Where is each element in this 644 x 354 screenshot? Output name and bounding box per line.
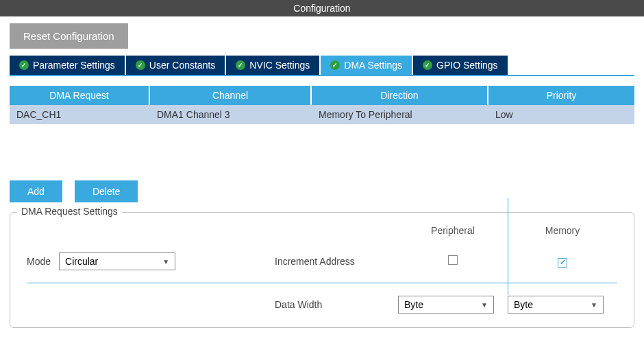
tab-dma-settings[interactable]: DMA Settings: [321, 56, 413, 75]
mode-label: Mode: [27, 256, 51, 267]
col-header-priority: Priority: [488, 86, 634, 105]
mode-value: Circular: [65, 256, 98, 267]
check-icon: [236, 60, 245, 70]
tab-parameter-settings[interactable]: Parameter Settings: [10, 56, 126, 75]
col-header-channel: Channel: [150, 86, 312, 105]
window-title-bar: Configuration: [0, 0, 644, 16]
tab-label: Parameter Settings: [33, 60, 115, 71]
table-header-row: DMA Request Channel Direction Priority: [10, 86, 634, 105]
cell-priority: Low: [488, 105, 634, 124]
mode-select[interactable]: Circular ▼: [59, 252, 175, 270]
increment-peripheral-checkbox[interactable]: [448, 255, 458, 265]
chevron-down-icon: ▼: [162, 258, 169, 266]
dma-request-settings-panel: DMA Request Settings Peripheral Memory M…: [10, 212, 634, 328]
window-title: Configuration: [293, 3, 350, 14]
tab-bar: Parameter Settings User Constants NVIC S…: [10, 56, 634, 76]
reset-configuration-button[interactable]: Reset Configuration: [10, 23, 128, 49]
check-icon: [423, 60, 432, 70]
tab-label: User Constants: [149, 60, 215, 71]
fieldset-legend: DMA Request Settings: [17, 206, 122, 217]
col-header-direction: Direction: [312, 86, 488, 105]
check-icon: [330, 60, 340, 70]
vertical-divider: [508, 198, 508, 295]
chevron-down-icon: ▼: [481, 301, 488, 309]
data-width-label: Data Width: [275, 299, 398, 310]
increment-address-label: Increment Address: [275, 256, 398, 267]
table-row[interactable]: DAC_CH1 DMA1 Channel 3 Memory To Periphe…: [10, 105, 634, 124]
tab-gpio-settings[interactable]: GPIO Settings: [413, 56, 508, 75]
tab-label: DMA Settings: [344, 60, 402, 71]
tab-nvic-settings[interactable]: NVIC Settings: [226, 56, 321, 75]
cell-direction: Memory To Peripheral: [312, 105, 488, 124]
col-header-peripheral: Peripheral: [398, 225, 508, 240]
col-header-request: DMA Request: [10, 86, 150, 105]
tab-label: GPIO Settings: [436, 60, 497, 71]
data-width-peripheral-value: Byte: [404, 299, 423, 310]
delete-button[interactable]: Delete: [75, 180, 138, 202]
cell-channel: DMA1 Channel 3: [150, 105, 312, 124]
data-width-peripheral-select[interactable]: Byte ▼: [398, 296, 494, 314]
cell-request: DAC_CH1: [10, 105, 150, 124]
col-header-memory: Memory: [508, 225, 617, 240]
data-width-memory-value: Byte: [514, 299, 533, 310]
data-width-memory-select[interactable]: Byte ▼: [508, 296, 604, 314]
add-button[interactable]: Add: [10, 180, 62, 202]
chevron-down-icon: ▼: [591, 301, 597, 309]
dma-table: DMA Request Channel Direction Priority D…: [10, 86, 634, 124]
check-icon: [19, 60, 29, 70]
increment-memory-checkbox[interactable]: [558, 258, 567, 268]
check-icon: [136, 60, 145, 70]
horizontal-divider: [27, 283, 617, 283]
tab-label: NVIC Settings: [249, 60, 310, 71]
tab-user-constants[interactable]: User Constants: [126, 56, 226, 75]
